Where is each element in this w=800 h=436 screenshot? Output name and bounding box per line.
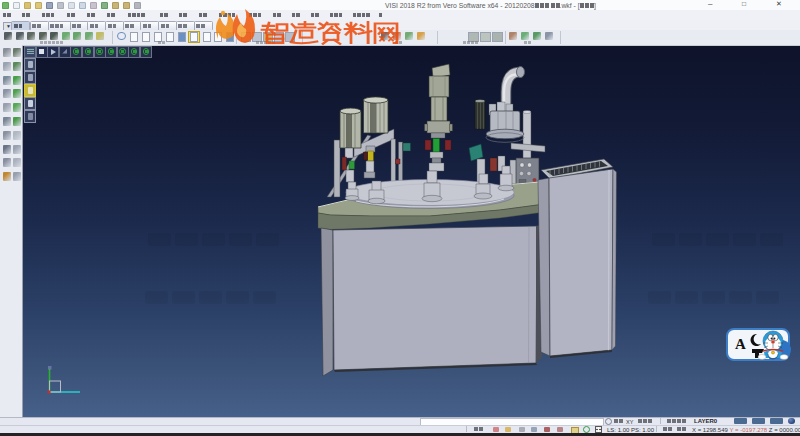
svg-text:A: A [735,336,746,352]
